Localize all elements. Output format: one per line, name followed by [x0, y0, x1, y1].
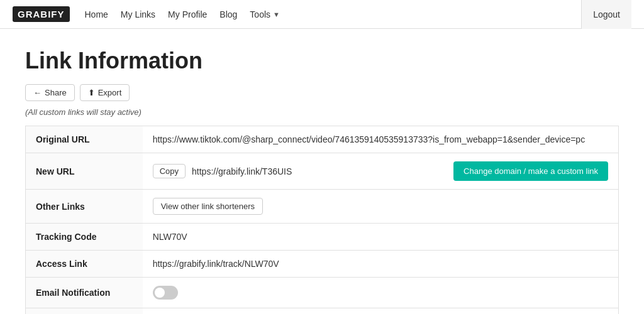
custom-links-note: (All custom links will stay active): [25, 107, 619, 117]
tracking-code-value: NLW70V: [143, 224, 619, 251]
nav-links: Home My Links My Profile Blog Tools ▼: [85, 9, 582, 19]
table-row-email-notification: Email Notification: [26, 278, 619, 308]
action-buttons: ← Share ⬆ Export: [25, 84, 619, 101]
new-url-label: New URL: [26, 153, 143, 190]
tracking-code-label: Tracking Code: [26, 224, 143, 251]
table-row-new-url: New URL Copy https://grabify.link/T36UIS…: [26, 153, 619, 190]
nav-blog[interactable]: Blog: [219, 9, 237, 19]
view-other-links-button[interactable]: View other link shorteners: [153, 198, 263, 215]
smart-logger-label-cell: Smart Logger NEW! i: [26, 308, 143, 315]
email-notification-label: Email Notification: [26, 278, 143, 308]
email-notification-cell: [143, 278, 619, 308]
table-row-other-links: Other Links View other link shorteners: [26, 190, 619, 224]
new-url-cell: Copy https://grabify.link/T36UIS Change …: [143, 153, 619, 190]
nav-my-links[interactable]: My Links: [121, 9, 155, 19]
main-content: Link Information ← Share ⬆ Export (All c…: [0, 29, 644, 314]
share-button[interactable]: ← Share: [25, 84, 75, 101]
table-row-tracking-code: Tracking Code NLW70V: [26, 224, 619, 251]
access-link-value: https://grabify.link/track/NLW70V: [143, 251, 619, 278]
navbar: GRABIFY Home My Links My Profile Blog To…: [0, 0, 644, 29]
page-title: Link Information: [25, 48, 619, 74]
smart-logger-cell: [143, 308, 619, 315]
info-table: Original URL https://www.tiktok.com/@sha…: [25, 126, 619, 314]
access-link-label: Access Link: [26, 251, 143, 278]
table-row-original-url: Original URL https://www.tiktok.com/@sha…: [26, 126, 619, 153]
share-icon: ←: [33, 88, 42, 97]
export-label: Export: [98, 88, 122, 97]
new-url-value: https://grabify.link/T36UIS: [192, 166, 292, 176]
new-url-container: Copy https://grabify.link/T36UIS Change …: [153, 161, 608, 181]
email-notification-toggle[interactable]: [153, 286, 178, 300]
logo: GRABIFY: [13, 6, 70, 22]
original-url-text: https://www.tiktok.com/@sharp_connect/vi…: [153, 134, 585, 144]
change-domain-button[interactable]: Change domain / make a custom link: [453, 161, 608, 181]
chevron-down-icon: ▼: [273, 11, 280, 18]
nav-tools[interactable]: Tools: [250, 9, 270, 19]
other-links-cell: View other link shorteners: [143, 190, 619, 224]
copy-button[interactable]: Copy: [153, 164, 186, 178]
original-url-label: Original URL: [26, 126, 143, 153]
nav-tools-wrapper[interactable]: Tools ▼: [250, 9, 280, 19]
logout-button[interactable]: Logout: [581, 0, 631, 29]
share-label: Share: [45, 88, 67, 97]
toggle-slider: [153, 286, 178, 300]
original-url-value: https://www.tiktok.com/@sharp_connect/vi…: [143, 126, 619, 153]
export-icon: ⬆: [88, 88, 95, 97]
other-links-label: Other Links: [26, 190, 143, 224]
nav-my-profile[interactable]: My Profile: [168, 9, 207, 19]
table-row-smart-logger: Smart Logger NEW! i: [26, 308, 619, 315]
export-button[interactable]: ⬆ Export: [80, 84, 130, 101]
table-row-access-link: Access Link https://grabify.link/track/N…: [26, 251, 619, 278]
nav-home[interactable]: Home: [85, 9, 108, 19]
